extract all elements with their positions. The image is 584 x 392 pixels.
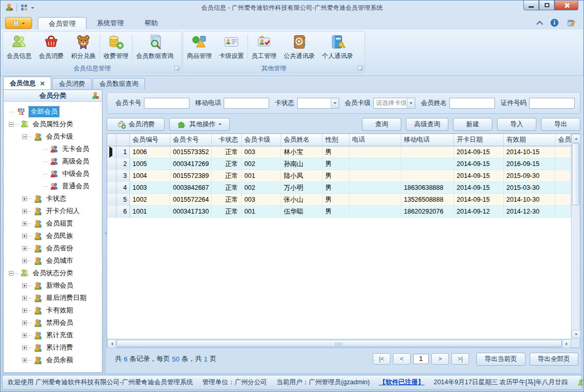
col-header-validity[interactable]: 有效期 [504,134,556,146]
id-number-input[interactable] [529,98,575,109]
tree-item-card-introducer[interactable]: 开卡介绍人 [4,205,102,217]
col-header-mobile[interactable]: 移动电话 [401,134,454,146]
last-page-button[interactable]: >| [451,353,469,365]
scroll-up-icon[interactable] [572,134,580,143]
tree-item-card-level[interactable]: 会员卡级 [4,130,102,143]
expand-icon[interactable] [22,197,27,201]
ribbon-button-member-data-query[interactable]: 会员数据查询 [133,32,177,64]
ribbon-button-personal-contacts[interactable]: 个人通讯录 [318,32,357,64]
tree-item-ordinary-member[interactable]: 普通会员 [4,180,102,192]
advanced-query-button[interactable]: 高级查询 [406,118,448,131]
ribbon-button-points-exchange[interactable]: 积分兑换 [67,32,99,64]
help-window-icon[interactable] [567,18,576,27]
member-name-input[interactable] [449,98,495,109]
tree-item-total-recharge[interactable]: 累计充值 [4,329,102,341]
prev-page-button[interactable]: < [393,353,411,365]
doc-tab-member-consume[interactable]: 会员消费 [52,78,92,89]
member-consume-button[interactable]: 会员消费 [107,118,165,131]
scroll-down-icon[interactable] [572,330,580,339]
col-header-card-status[interactable]: 卡状态 [212,134,242,146]
ribbon-button-public-contacts[interactable]: 公共通讯录 [280,32,318,64]
tree-item-total-consume[interactable]: 累计消费 [4,341,102,354]
card-no-input[interactable] [144,98,189,109]
tree-item-status-category[interactable]: 会员状态分类 [4,267,102,279]
online-user-icon[interactable] [577,379,584,386]
tree-item-card-status[interactable]: 卡状态 [4,192,102,205]
dialog-launcher-icon[interactable] [358,66,363,71]
col-header-phone[interactable]: 电话 [349,134,401,146]
tree-item-member-balance[interactable]: 会员余额 [4,354,102,366]
dropdown-button[interactable] [331,98,339,108]
ribbon-button-member-consume[interactable]: 会员消费 [35,32,67,64]
doc-tab-member-data-query[interactable]: 会员数据查询 [93,78,145,89]
export-all-pages-button[interactable]: 导出全部页 [530,353,579,366]
tree-item-senior-member[interactable]: 高级会员 [4,155,102,168]
first-page-button[interactable]: |< [373,353,390,365]
expand-icon[interactable] [22,321,27,325]
col-header-card-level[interactable]: 会员卡级 [242,134,281,146]
expand-icon[interactable] [22,221,27,226]
expand-icon[interactable] [22,259,27,263]
horizontal-scroll-thumb[interactable] [116,340,562,347]
ribbon-button-card-level-settings[interactable]: 卡级设置 [215,32,247,64]
other-actions-button[interactable]: 其他操作 [169,118,230,131]
new-button[interactable]: 新建 [453,118,492,131]
table-row[interactable]: 6 1001 0003417130 正常 001 伍华聪 男 186202920… [107,206,571,218]
horizontal-scrollbar[interactable] [107,339,571,348]
restore-button[interactable] [539,1,554,10]
page-number-input[interactable] [413,354,429,364]
ribbon-button-staff-management[interactable]: 员工管理 [248,32,280,64]
expand-icon[interactable] [22,209,27,214]
tab-system-management[interactable]: 系统管理 [86,17,134,29]
info-icon[interactable] [550,19,559,27]
category-settings-icon[interactable] [91,92,99,100]
scroll-left-icon[interactable] [107,339,116,348]
tree-item-card-validity[interactable]: 卡有效期 [4,304,102,316]
col-header-card-no[interactable]: 会员卡号 [170,134,212,146]
tree-item-all-members[interactable]: 全部会员 [4,105,102,118]
col-header-member-extra[interactable]: 会员 [556,134,571,146]
doc-tab-member-info[interactable]: 会员信息 [3,77,51,89]
tree-item-ethnicity[interactable]: 会员民族 [4,230,102,242]
expand-icon[interactable] [22,333,27,338]
ribbon-button-product-management[interactable]: 商品管理 [183,32,215,64]
ribbon-button-fee-management[interactable]: 收费管理 [100,32,132,64]
export-button[interactable]: 导出 [541,118,580,131]
collapse-icon[interactable] [9,271,13,276]
ribbon-button-member-info[interactable]: 会员信息 [3,32,35,64]
tab-member-management[interactable]: 会员管理 [38,17,86,29]
tab-help[interactable]: 帮助 [134,17,168,29]
tree-item-native-place[interactable]: 会员籍贯 [4,217,102,230]
col-header-open-date[interactable]: 开卡日期 [454,134,504,146]
tree-item-no-card-member[interactable]: 无卡会员 [4,143,102,155]
collapse-ribbon-icon[interactable] [536,21,543,27]
card-level-select[interactable]: 请选择卡级 [373,98,415,109]
next-page-button[interactable]: > [431,353,449,365]
minimize-button[interactable] [523,1,539,10]
tree-item-city[interactable]: 会员城市 [4,254,102,267]
scroll-right-icon[interactable] [562,339,571,348]
col-header-member-name[interactable]: 会员姓名 [281,134,323,146]
card-status-select[interactable] [297,98,339,109]
close-button[interactable] [554,1,578,10]
tree-item-new-members[interactable]: 新增会员 [4,279,102,292]
col-header-member-id[interactable]: 会员编号 [130,134,170,146]
table-row[interactable]: 5 1002 0015572264 正常 003 张小山 男 135265088… [107,194,571,206]
mobile-input[interactable] [224,98,269,109]
vertical-scrollbar[interactable] [571,134,580,339]
expand-icon[interactable] [22,308,27,313]
tree-item-intermediate-member[interactable]: 中级会员 [4,168,102,180]
tree-item-province[interactable]: 会员省份 [4,242,102,254]
application-menu-button[interactable] [5,17,32,29]
table-row[interactable]: 3 1004 0015572389 正常 001 陆小凤 男 2014-09-1… [107,170,571,182]
query-button[interactable]: 查询 [362,118,401,131]
tree-item-disabled-members[interactable]: 禁用会员 [4,316,102,329]
dialog-launcher-icon[interactable] [174,66,180,71]
collapse-icon[interactable] [22,134,27,139]
expand-icon[interactable] [22,358,27,363]
vertical-scroll-thumb[interactable] [572,143,579,205]
expand-icon[interactable] [22,345,27,350]
registered-link[interactable]: 【软件已注册】 [379,378,425,387]
expand-icon[interactable] [22,296,27,300]
tree-item-attribute-category[interactable]: 会员属性分类 [4,118,102,130]
